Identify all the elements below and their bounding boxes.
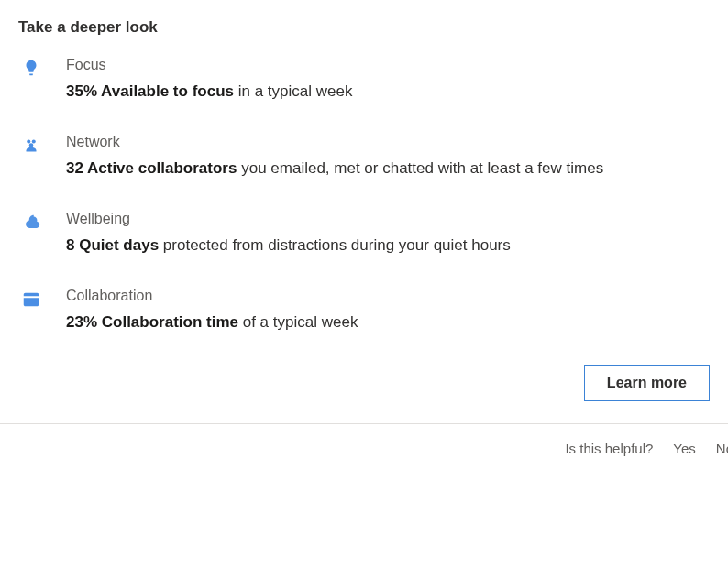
learn-more-button[interactable]: Learn more: [584, 365, 710, 401]
insight-focus-row[interactable]: Focus 35% Available to focus in a typica…: [18, 57, 710, 101]
section-heading: Take a deeper look: [18, 18, 710, 37]
feedback-bar: Is this helpful? Yes No: [0, 423, 728, 473]
svg-point-2: [29, 143, 34, 147]
people-icon: [18, 134, 44, 156]
insight-title: Network: [66, 134, 710, 150]
insight-title: Wellbeing: [66, 211, 710, 227]
insight-detail: 8 Quiet days protected from distractions…: [66, 236, 710, 255]
insight-bold-value: 32 Active collaborators: [66, 159, 237, 177]
insight-collaboration-row[interactable]: Collaboration 23% Collaboration time of …: [18, 288, 710, 332]
feedback-no-link[interactable]: No: [716, 441, 728, 456]
insight-detail: 32 Active collaborators you emailed, met…: [66, 159, 710, 178]
svg-point-0: [27, 139, 30, 143]
insight-network-row[interactable]: Network 32 Active collaborators you emai…: [18, 134, 710, 178]
insight-bold-value: 8 Quiet days: [66, 236, 159, 254]
insight-title: Focus: [66, 57, 710, 73]
moon-cloud-icon: [18, 211, 44, 233]
insight-rest-text: you emailed, met or chatted with at leas…: [237, 159, 603, 177]
lightbulb-icon: [18, 57, 44, 79]
insight-detail: 35% Available to focus in a typical week: [66, 82, 710, 101]
insight-bold-value: 23% Collaboration time: [66, 313, 238, 331]
feedback-question: Is this helpful?: [565, 441, 653, 456]
insight-detail: 23% Collaboration time of a typical week: [66, 313, 710, 332]
insight-wellbeing-row[interactable]: Wellbeing 8 Quiet days protected from di…: [18, 211, 710, 255]
insight-rest-text: protected from distractions during your …: [159, 236, 511, 254]
insight-title: Collaboration: [66, 288, 710, 304]
feedback-yes-link[interactable]: Yes: [673, 441, 695, 456]
insight-rest-text: in a typical week: [234, 82, 352, 100]
insight-bold-value: 35% Available to focus: [66, 82, 234, 100]
svg-point-1: [32, 139, 36, 143]
insight-rest-text: of a typical week: [238, 313, 358, 331]
calendar-icon: [18, 288, 44, 310]
